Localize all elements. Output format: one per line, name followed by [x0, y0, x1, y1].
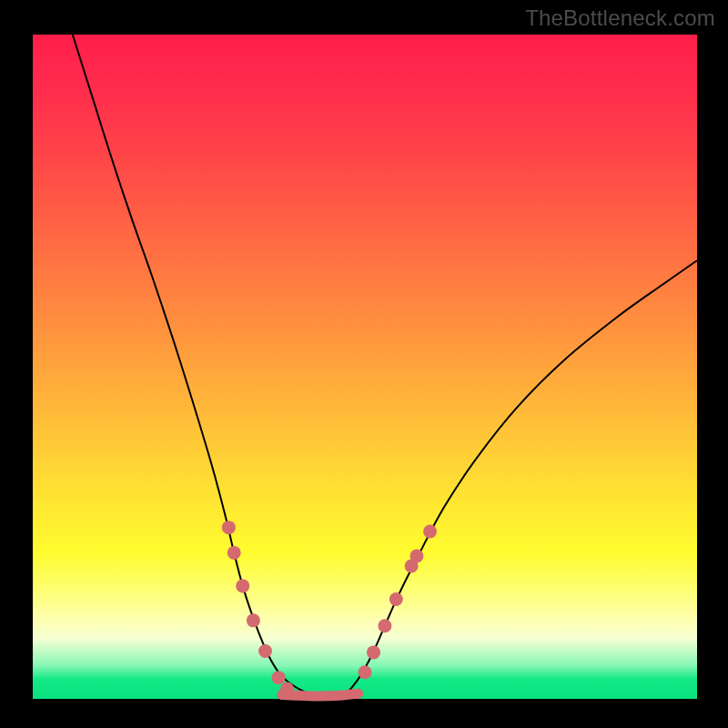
marker-dots-right: [389, 592, 403, 606]
marker-dots-left: [247, 613, 260, 627]
series-left-curve: [73, 35, 325, 699]
series-valley-flat: [282, 693, 359, 696]
marker-dots-right: [378, 619, 391, 632]
marker-dots-left: [236, 579, 249, 592]
marker-dots-right: [410, 550, 423, 563]
marker-dots-left: [272, 671, 286, 684]
watermark-text: TheBottleneck.com: [525, 5, 715, 31]
marker-dots-right: [423, 525, 437, 539]
chart-frame: TheBottleneck.com: [0, 0, 728, 728]
chart-svg: [33, 35, 697, 699]
marker-dots-right: [367, 645, 380, 659]
marker-dots-left: [258, 644, 272, 658]
plot-area: [33, 35, 697, 699]
marker-dots-left: [280, 682, 294, 696]
marker-dots-left: [222, 521, 236, 534]
series-right-curve: [345, 260, 697, 695]
marker-dots-left: [228, 546, 241, 560]
marker-dots-right: [359, 665, 372, 679]
